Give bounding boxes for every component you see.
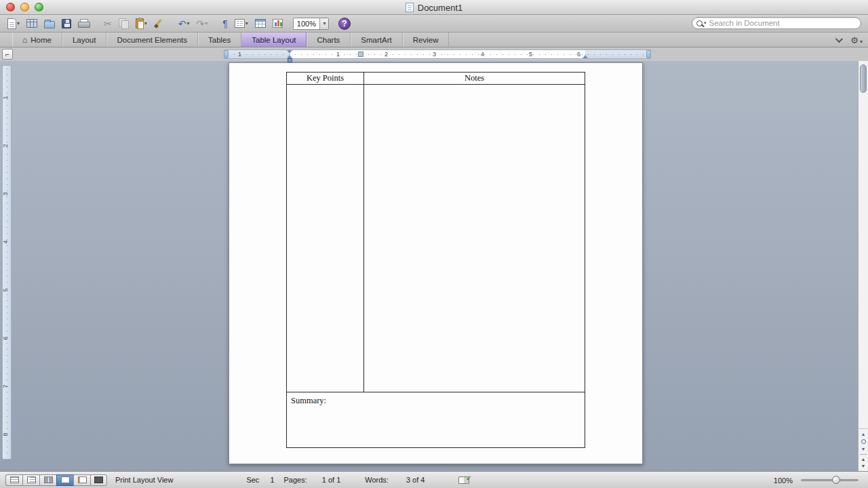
previous-page-button[interactable]: ▲ [861, 430, 866, 438]
print-layout-button[interactable] [56, 474, 73, 486]
new-document-button[interactable]: ▾ [5, 16, 22, 31]
copy-button[interactable] [117, 16, 131, 31]
first-line-indent-marker[interactable] [287, 50, 292, 54]
left-margin-handle[interactable] [224, 50, 229, 58]
ruler-number: 5 [529, 51, 532, 58]
pilcrow-icon: ¶ [222, 19, 228, 28]
paste-dropdown-icon[interactable]: ▾ [144, 20, 147, 26]
redo-dropdown-icon[interactable]: ▾ [205, 20, 208, 26]
table-column-marker[interactable] [358, 52, 363, 57]
tab-stop-selector[interactable]: ⌐ [2, 49, 13, 60]
help-icon: ? [342, 19, 347, 28]
horizontal-ruler[interactable]: 1 1 2 3 4 5 6 [224, 49, 651, 59]
spelling-status-icon[interactable]: ✓ [458, 476, 469, 484]
table-button[interactable] [253, 16, 268, 31]
gallery-button[interactable] [24, 16, 39, 31]
left-indent-square[interactable] [288, 58, 292, 62]
standard-toolbar: ▾ ✂ ▾ ↶ ▾ ↷ [0, 15, 868, 33]
notes-header-text: Notes [465, 73, 484, 83]
tab-layout[interactable]: Layout [62, 33, 107, 47]
section-label: Sec [246, 476, 259, 484]
vruler-number: 6 [2, 336, 9, 340]
status-bar: Print Layout View Sec 1 Pages: 1 of 1 Wo… [0, 471, 868, 488]
ribbon-right-controls: ⚙▾ [835, 33, 863, 47]
status-zoom-value[interactable]: 100% [774, 476, 793, 485]
tab-home-label: Home [31, 36, 52, 44]
tab-document-elements[interactable]: Document Elements [106, 33, 198, 47]
outline-view-icon [27, 476, 36, 483]
chart-button[interactable] [271, 16, 285, 31]
vruler-number: 4 [2, 240, 9, 243]
view-mode-label: Print Layout View [115, 476, 173, 484]
ribbon-settings-button[interactable]: ⚙▾ [850, 35, 863, 45]
paste-button[interactable]: ▾ [134, 16, 149, 31]
vertical-scrollbar[interactable] [858, 61, 868, 471]
tab-review[interactable]: Review [403, 33, 450, 47]
table-header-cell-key-points[interactable]: Key Points [287, 73, 363, 84]
search-scope-dropdown-icon[interactable]: ▾ [704, 20, 707, 26]
undo-dropdown-icon[interactable]: ▾ [187, 20, 190, 26]
search-box[interactable]: ▾ [692, 17, 861, 29]
scroll-up-button[interactable]: ▲ [861, 456, 866, 463]
tab-tables[interactable]: Tables [198, 33, 241, 47]
paste-icon [136, 18, 144, 28]
outline-view-button[interactable] [22, 474, 39, 486]
pages-value[interactable]: 1 of 1 [322, 476, 341, 484]
tab-table-layout[interactable]: Table Layout [241, 33, 307, 47]
table-icon [255, 19, 266, 28]
vertical-ruler[interactable]: 1 2 3 4 5 6 7 8 [2, 65, 12, 460]
save-button[interactable] [60, 16, 73, 31]
next-page-button[interactable]: ▼ [861, 445, 866, 453]
tab-table-layout-label: Table Layout [252, 36, 296, 44]
format-painter-icon [154, 19, 163, 28]
key-points-cell[interactable] [287, 85, 363, 392]
right-margin-handle[interactable] [646, 50, 651, 58]
ruler-number: 1 [238, 51, 241, 58]
new-document-dropdown-icon[interactable]: ▾ [17, 20, 20, 26]
copy-icon [119, 18, 129, 28]
tab-charts[interactable]: Charts [307, 33, 351, 47]
notes-cell[interactable] [364, 85, 585, 392]
redo-button[interactable]: ↷ ▾ [195, 16, 210, 31]
select-browse-object-button[interactable] [861, 439, 866, 444]
ribbon-collapse-icon[interactable] [835, 35, 843, 43]
vruler-number: 5 [2, 288, 9, 291]
table-header-cell-notes[interactable]: Notes [364, 73, 585, 84]
help-button[interactable]: ? [338, 18, 351, 30]
words-value[interactable]: 3 of 4 [406, 476, 425, 484]
search-input[interactable] [709, 19, 856, 27]
print-icon [78, 19, 89, 28]
right-indent-marker[interactable] [583, 55, 588, 58]
columns-dropdown-icon[interactable]: ▾ [245, 20, 248, 26]
tab-stop-icon: ⌐ [5, 51, 9, 58]
zoom-select[interactable]: 100% ▾ [293, 18, 329, 30]
words-label: Words: [365, 476, 389, 484]
undo-button[interactable]: ↶ ▾ [176, 16, 192, 31]
print-button[interactable] [76, 16, 91, 31]
document-page[interactable]: Key Points Notes Summary: [229, 62, 643, 464]
tab-smartart[interactable]: SmartArt [351, 33, 402, 47]
open-button[interactable] [42, 16, 57, 31]
cut-button[interactable]: ✂ [102, 16, 114, 31]
notebook-layout-button[interactable] [73, 474, 90, 486]
zoom-slider-track[interactable] [801, 479, 859, 481]
tab-review-label: Review [413, 36, 439, 44]
tab-home[interactable]: ⌂ Home [12, 33, 62, 47]
scroll-down-button[interactable]: ▼ [861, 463, 866, 470]
window-title-area: Document1 [0, 0, 868, 15]
draft-view-button[interactable] [5, 474, 22, 486]
tab-charts-label: Charts [317, 36, 340, 44]
tab-tables-label: Tables [208, 36, 231, 44]
show-formatting-button[interactable]: ¶ [220, 16, 230, 31]
notes-table[interactable]: Key Points Notes Summary: [286, 72, 585, 448]
publishing-layout-button[interactable] [39, 474, 56, 486]
format-painter-button[interactable] [152, 16, 165, 31]
focus-view-button[interactable] [90, 474, 107, 486]
zoom-slider-thumb[interactable] [832, 476, 840, 484]
zoom-stepper[interactable]: ▾ [319, 18, 328, 29]
columns-button[interactable]: ▾ [233, 16, 250, 31]
zoom-slider[interactable] [801, 472, 859, 488]
scrollbar-thumb[interactable] [860, 64, 867, 93]
section-value: 1 [270, 476, 274, 484]
summary-cell[interactable]: Summary: [287, 393, 585, 447]
